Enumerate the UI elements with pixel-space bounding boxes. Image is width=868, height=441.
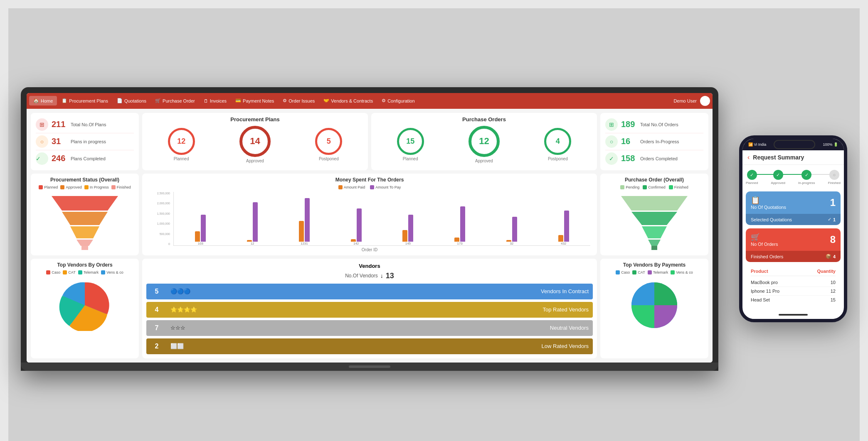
vendors-orders-card: Top Vendors By Orders Caso CAT Telemark … [31,259,139,358]
phone: 📶 Vi India 100% 🔋 ‹ Request Summary ✓ Pl… [739,135,847,322]
svg-marker-6 [631,212,677,225]
plans-total-number: 211 [52,120,67,129]
phone-status-bar: 📶 Vi India 100% 🔋 [742,139,844,150]
step-finished: ○ Finished [828,170,841,185]
purchase-icon: 🛒 [155,98,161,103]
nav-quotations[interactable]: 📄 Quotations [113,96,150,105]
nav-config[interactable]: ⚙ Configuration [377,96,419,105]
quantity-col-header: Quantity [817,269,836,274]
charts-row: Procurement Status (Overall) Planned App… [31,174,708,255]
plans-progress-label: Plans in progress [71,139,106,144]
po-circle-postponed: 4 Postponed [544,128,571,161]
vendors-title: Vendors [146,263,593,269]
phone-header: ‹ Request Summary [742,150,844,165]
stats-row: ⊞ 211 Total No.Of Plans ○ 31 Plans in pr… [31,113,708,170]
vendors-count-label: No.Of Vendors [345,273,378,279]
quotations-count: 1 [830,197,836,208]
plans-icon: ⊞ [36,118,48,131]
svg-marker-8 [648,240,661,246]
orders-completed-number: 158 [621,154,637,163]
home-icon: 🏠 [33,98,39,103]
product-col-header: Product [751,269,768,274]
nav-invoices[interactable]: 🗒 Invoices [200,96,231,105]
vendor-row-top-rated: 4 ⭐⭐⭐⭐ Top Rated Vendors [146,302,593,318]
vendors-payments-title: Top Vendors By Payments [604,262,705,268]
svg-marker-2 [70,226,99,238]
nav-purchase-order[interactable]: 🛒 Purchase Order [151,96,199,105]
plans-completed-number: 246 [52,154,67,163]
nav-payment[interactable]: 💳 Payment Notes [231,96,278,105]
svg-rect-9 [651,246,657,250]
vendors-payments-card: Top Vendors By Payments Caso CAT Telemar… [600,259,708,358]
nav-order-issues[interactable]: ⚙ Order Issues [279,96,319,105]
procurement-status-card: Procurement Status (Overall) Planned App… [31,174,139,255]
vendor-row-low-rated: 2 ⬜⬜ Low Rated Vendors [146,338,593,354]
circle-planned: 12 Planned [168,128,195,161]
procurement-circles-card: Procurement Plans 12 Planned 14 [142,113,368,170]
total-orders-label: Total No.Of Orders [640,122,678,127]
orders-label: No Of Orders [751,242,778,247]
progress-icon: ○ [36,135,48,148]
nav-vendors[interactable]: 🤝 Vendors & Contracts [319,96,377,105]
phone-home-bar [742,311,844,319]
back-button[interactable]: ‹ [747,154,750,161]
orders-icon-display: 🛒 [751,233,778,242]
selected-quotations-label: Selected Quotations [751,217,792,222]
invoices-icon: 🗒 [204,98,208,103]
issues-icon: ⚙ [283,98,287,103]
svg-marker-0 [52,196,118,211]
circle-approved: 14 Approved [239,126,271,163]
nav-avatar [700,96,710,106]
product-row-2: Head Set 15 [751,296,836,304]
orders-progress-number: 16 [621,137,637,146]
orders-completed-label: Orders Completed [640,156,678,161]
selected-quotations-count: 1 [833,217,836,222]
orders-count: 8 [830,234,836,245]
step-approved: ✓ Approved [771,170,785,185]
step-planned: ✓ Planned [746,170,758,185]
vendors-section: Vendors No.Of Vendors ↓ 13 5 🔵🔵🔵 Vendors… [142,259,597,358]
stat-item-completed: ✓ 246 Plans Completed [36,150,134,167]
quotations-icon-display: 📋 [751,196,786,205]
dashboard-body: ⊞ 211 Total No.Of Plans ○ 31 Plans in pr… [27,109,713,363]
svg-marker-1 [62,212,108,225]
po-circle-approved: 12 Approved [469,126,500,163]
phone-camera [774,140,815,149]
finished-orders-label: Finished Orders [751,254,783,259]
svg-marker-7 [642,226,667,238]
money-spent-title: Money Spent For The Orders [145,177,594,183]
procurement-status-title: Procurement Status (Overall) [34,177,136,183]
green-funnel [604,192,705,250]
orders-card: 🛒 No Of Orders 8 Finished Orders 📦 4 [746,228,841,262]
vendors-orders-title: Top Vendors By Orders [34,262,136,268]
procurement-stats-card: ⊞ 211 Total No.Of Plans ○ 31 Plans in pr… [31,113,139,170]
step-inprogress: ✓ In-progress [798,170,815,185]
quotations-card: 📋 No Of Quotations 1 Selected Quotations… [746,191,841,225]
vendor-row-contract: 5 🔵🔵🔵 Vendors In Contract [146,284,593,299]
orders-stats-card: ⊞ 189 Total No.Of Orders ○ 16 Orders In-… [600,113,708,170]
procurement-icon: 📋 [62,98,67,103]
nav-user-label: Demo User [673,98,697,103]
product-row-0: MacBook pro 10 [751,278,836,287]
procurement-title: Procurement Plans [145,116,365,122]
vendors-count: 13 [386,272,394,280]
laptop-screen: 🏠 Home 📋 Procurement Plans 📄 Quotations … [27,93,713,363]
bar-chart-xlabel: Order ID [145,247,594,252]
orders-progress-label: Orders In-Progress [640,139,679,144]
circle-postponed: 5 Postponed [315,128,342,161]
svg-marker-3 [76,240,93,246]
completed-icon: ✓ [36,152,48,165]
purchase-circles-card: Purchase Orders 15 Planned 12 [371,113,597,170]
quotations-icon: 📄 [117,98,123,103]
po-overall-title: Purchase Order (Overall) [604,177,705,183]
svg-rect-4 [81,246,88,250]
finished-orders-count: 4 [833,254,836,259]
nav-home[interactable]: 🏠 Home [29,96,57,105]
plans-progress-number: 31 [52,137,67,146]
orders-progress-icon: ○ [605,135,618,148]
red-funnel [34,192,136,250]
purchase-title: Purchase Orders [375,116,594,122]
nav-procurement[interactable]: 📋 Procurement Plans [57,96,112,105]
orders-completed-icon: ✓ [605,152,618,165]
plans-total-label: Total No.Of Plans [71,122,106,127]
